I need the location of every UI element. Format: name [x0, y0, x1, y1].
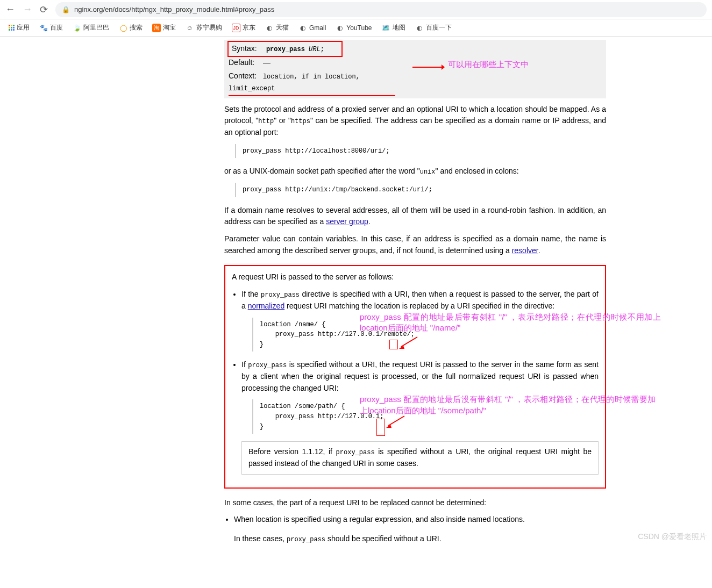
context-label: Context: — [229, 70, 261, 82]
context-row: Context: location, if in location, limit… — [229, 69, 395, 96]
browser-toolbar: ← → ⟳ 🔒 nginx.org/en/docs/http/ngx_http_… — [0, 0, 712, 19]
bookmark-youtube[interactable]: ◐YouTube — [336, 24, 372, 32]
paragraph-uri-intro: A request URI is passed to the server as… — [232, 271, 599, 283]
bookmark-baidu2[interactable]: ◐百度一下 — [415, 23, 452, 32]
code-example-3: location /name/ { proxy_pass http://127.… — [252, 318, 599, 352]
syntax-row: Syntax: proxy_pass URL; — [229, 42, 341, 56]
bm-label: 百度一下 — [426, 23, 452, 32]
default-row: Default: — — [229, 56, 602, 70]
normalized-link[interactable]: normalized — [248, 302, 284, 310]
globe-icon: ◐ — [415, 24, 424, 32]
directive-box: Syntax: proxy_pass URL; Default: — Conte… — [224, 40, 606, 98]
suning-icon: ☺ — [186, 24, 194, 32]
highlighted-section: A request URI is passed to the server as… — [224, 265, 606, 488]
bookmark-alibaba[interactable]: 🍃阿里巴巴 — [73, 23, 109, 32]
forward-icon[interactable]: → — [23, 4, 32, 15]
default-value: — — [263, 58, 270, 67]
apps-icon — [9, 25, 15, 31]
code-example-1: proxy_pass http://localhost:8000/uri/; — [235, 144, 606, 159]
bookmark-jd[interactable]: JD京东 — [232, 23, 255, 32]
bm-label: 搜索 — [130, 23, 143, 32]
bookmark-taobao[interactable]: 淘淘宝 — [152, 23, 176, 32]
syntax-label: Syntax: — [232, 43, 264, 55]
bm-label: 应用 — [17, 23, 30, 32]
bookmark-gmail[interactable]: ◐Gmail — [298, 24, 326, 32]
bm-label: 京东 — [243, 23, 255, 32]
list-item-with-uri: If the proxy_pass directive is specified… — [241, 289, 599, 352]
code-example-4: location /some/path/ { proxy_pass http:/… — [252, 399, 599, 434]
apps-button[interactable]: 应用 — [9, 23, 30, 32]
taobao-icon: 淘 — [152, 24, 161, 32]
server-group-link[interactable]: server group — [326, 217, 368, 226]
default-label: Default: — [229, 57, 261, 69]
bm-label: 天猫 — [276, 23, 289, 32]
paragraph-cases-intro: In some cases, the part of a request URI… — [224, 497, 606, 509]
bm-label: Gmail — [309, 24, 326, 32]
address-bar[interactable]: 🔒 nginx.org/en/docs/http/ngx_http_proxy_… — [55, 2, 707, 17]
gmail-icon: ◐ — [298, 24, 307, 32]
bookmark-map[interactable]: 🗺️地图 — [382, 23, 405, 32]
reload-icon[interactable]: ⟳ — [40, 4, 48, 16]
alibaba-icon: 🍃 — [73, 24, 81, 32]
bookmark-suning[interactable]: ☺苏宁易购 — [186, 23, 222, 32]
bm-label: 百度 — [50, 23, 63, 32]
bm-label: 阿里巴巴 — [83, 23, 109, 32]
paragraph-unix: or as a UNIX-domain socket path specifie… — [224, 166, 606, 177]
paragraph-dns: If a domain name resolves to several add… — [224, 205, 606, 228]
tmall-icon: ◐ — [265, 24, 274, 32]
bookmark-baidu[interactable]: 🐾百度 — [39, 23, 63, 32]
jd-icon: JD — [232, 24, 240, 32]
paragraph-intro: Sets the protocol and address of a proxi… — [224, 104, 606, 139]
bm-label: YouTube — [346, 24, 372, 32]
bookmark-search[interactable]: ◯搜索 — [119, 23, 143, 32]
watermark: CSDN @爱看老照片 — [638, 532, 707, 542]
syntax-cmd: proxy_pass — [266, 46, 305, 53]
paragraph-variables: Parameter value can contain variables. I… — [224, 233, 606, 256]
url-text: nginx.org/en/docs/http/ngx_http_proxy_mo… — [74, 5, 274, 13]
resolver-link[interactable]: resolver — [512, 246, 538, 255]
bm-label: 地图 — [393, 23, 405, 32]
bookmark-bar: 应用 🐾百度 🍃阿里巴巴 ◯搜索 淘淘宝 ☺苏宁易购 JD京东 ◐天猫 ◐Gma… — [0, 19, 712, 37]
bookmark-tmall[interactable]: ◐天猫 — [265, 23, 289, 32]
code-example-2: proxy_pass http://unix:/tmp/backend.sock… — [235, 183, 606, 197]
bm-label: 淘宝 — [163, 23, 176, 32]
version-note: Before version 1.1.12, if proxy_pass is … — [241, 441, 599, 474]
syntax-arg: URL — [309, 46, 321, 53]
youtube-icon: ◐ — [336, 24, 344, 32]
search-icon: ◯ — [119, 24, 127, 32]
list-item-without-uri: If proxy_pass is specified without a URI… — [241, 359, 599, 474]
list-item-regex: When location is specified using a regul… — [234, 514, 606, 544]
lock-icon: 🔒 — [62, 6, 70, 13]
doc-content: Syntax: proxy_pass URL; Default: — Conte… — [224, 37, 606, 545]
bm-label: 苏宁易购 — [196, 23, 222, 32]
map-icon: 🗺️ — [382, 24, 390, 32]
back-icon[interactable]: ← — [5, 4, 15, 15]
baidu-icon: 🐾 — [39, 24, 48, 32]
